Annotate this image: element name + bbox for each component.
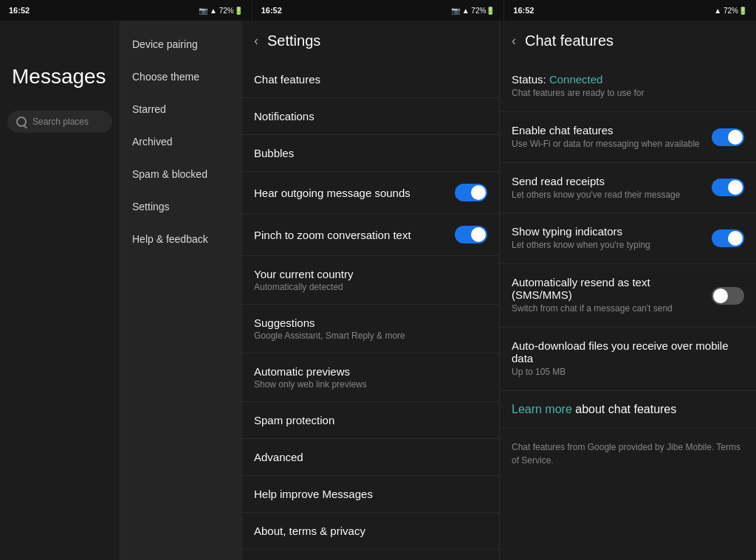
chat-features-title: Chat features xyxy=(525,32,614,49)
chat-status-label: Status: Connected xyxy=(512,73,644,86)
panel-nav: Device pairing Choose theme Starred Arch… xyxy=(120,21,242,560)
nav-item-help-feedback[interactable]: Help & feedback xyxy=(120,223,241,255)
main-content: Messages Search places Device pairing Ch… xyxy=(0,21,756,560)
icons-2: 📷 ▲ 72%🔋 xyxy=(451,7,495,15)
enable-chat-label: Enable chat features xyxy=(512,124,700,136)
settings-item-spam[interactable]: Spam protection xyxy=(242,402,499,439)
search-placeholder: Search places xyxy=(32,117,89,127)
chat-footer: Chat features from Google provided by Ji… xyxy=(500,429,756,479)
resend-toggle[interactable] xyxy=(712,287,744,305)
panel-chat: ‹ Chat features Status: Connected Chat f… xyxy=(500,21,756,560)
chat-item-resend[interactable]: Automatically resend as text (SMS/MMS) S… xyxy=(500,264,756,328)
country-label: Your current country xyxy=(254,268,354,280)
settings-item-chat-features[interactable]: Chat features xyxy=(242,61,499,98)
chat-features-back-button[interactable]: ‹ xyxy=(512,33,516,49)
typing-label: Show typing indicators xyxy=(512,225,650,238)
nav-item-settings[interactable]: Settings xyxy=(120,190,241,223)
learn-more-suffix: about chat features xyxy=(572,403,676,415)
settings-item-improve[interactable]: Help improve Messages xyxy=(242,476,499,513)
advanced-label: Advanced xyxy=(254,451,303,463)
icons-1: 📷 ▲ 72%🔋 xyxy=(199,7,242,15)
country-sub: Automatically detected xyxy=(254,282,354,292)
settings-header: ‹ Settings xyxy=(242,21,499,61)
icons-3: ▲ 72%🔋 xyxy=(714,7,747,15)
zoom-toggle-knob xyxy=(471,227,486,242)
suggestions-sub: Google Assistant, Smart Reply & more xyxy=(254,331,405,341)
nav-item-spam-blocked[interactable]: Spam & blocked xyxy=(120,158,241,190)
read-receipts-label: Send read receipts xyxy=(512,175,680,187)
nav-item-device-pairing[interactable]: Device pairing xyxy=(120,28,241,61)
status-value: Connected xyxy=(549,73,603,86)
zoom-label: Pinch to zoom conversation text xyxy=(254,229,411,241)
status-label-text: Status: xyxy=(512,73,546,86)
download-sub: Up to 105 MB xyxy=(512,366,704,378)
previews-sub: Show only web link previews xyxy=(254,379,367,390)
settings-item-sounds[interactable]: Hear outgoing message sounds xyxy=(242,172,499,214)
typing-sub: Let others know when you're typing xyxy=(512,239,650,252)
settings-back-button[interactable]: ‹ xyxy=(254,33,258,49)
settings-title: Settings xyxy=(267,32,320,49)
time-3: 16:52 xyxy=(513,6,534,15)
chat-features-header: ‹ Chat features xyxy=(500,21,756,61)
status-segment-2: 16:52 📷 ▲ 72%🔋 xyxy=(252,0,505,21)
resend-label: Automatically resend as text (SMS/MMS) xyxy=(512,276,712,301)
chat-item-typing[interactable]: Show typing indicators Let others know w… xyxy=(500,213,756,264)
status-segment-1: 16:52 📷 ▲ 72%🔋 xyxy=(0,0,252,21)
status-segment-3: 16:52 ▲ 72%🔋 xyxy=(504,0,756,21)
resend-sub: Switch from chat if a message can't send xyxy=(512,303,704,315)
previews-label: Automatic previews xyxy=(254,365,367,378)
settings-item-zoom[interactable]: Pinch to zoom conversation text xyxy=(242,214,499,256)
chat-item-learn-more: Learn more about chat features xyxy=(500,391,756,429)
bubbles-label: Bubbles xyxy=(254,147,294,159)
status-bar: 16:52 📷 ▲ 72%🔋 16:52 📷 ▲ 72%🔋 16:52 ▲ 72… xyxy=(0,0,756,21)
resend-toggle-knob xyxy=(713,288,728,303)
sounds-label: Hear outgoing message sounds xyxy=(254,187,410,199)
time-2: 16:52 xyxy=(261,6,282,15)
time-1: 16:52 xyxy=(9,6,30,15)
settings-item-previews[interactable]: Automatic previews Show only web link pr… xyxy=(242,353,499,402)
settings-item-about[interactable]: About, terms & privacy xyxy=(242,513,499,550)
settings-item-suggestions[interactable]: Suggestions Google Assistant, Smart Repl… xyxy=(242,305,499,353)
panel-settings: ‹ Settings Chat features Notifications B… xyxy=(242,21,500,560)
read-receipts-toggle[interactable] xyxy=(712,179,744,196)
settings-item-bubbles[interactable]: Bubbles xyxy=(242,135,499,172)
chat-status-sub: Chat features are ready to use for xyxy=(512,87,644,100)
search-bar[interactable]: Search places xyxy=(7,111,112,133)
improve-label: Help improve Messages xyxy=(254,488,373,500)
read-receipts-toggle-knob xyxy=(728,180,743,195)
enable-chat-toggle[interactable] xyxy=(712,128,744,146)
typing-toggle[interactable] xyxy=(712,229,744,247)
learn-more-link[interactable]: Learn more xyxy=(512,403,572,415)
search-icon xyxy=(16,117,27,127)
settings-item-advanced[interactable]: Advanced xyxy=(242,439,499,476)
chat-item-enable[interactable]: Enable chat features Use Wi-Fi or data f… xyxy=(500,112,756,163)
settings-item-country[interactable]: Your current country Automatically detec… xyxy=(242,256,499,305)
app-title: Messages xyxy=(0,35,120,111)
read-receipts-sub: Let others know you've read their messag… xyxy=(512,189,680,201)
nav-item-starred[interactable]: Starred xyxy=(120,93,241,125)
panel-home: Messages Search places xyxy=(0,21,120,560)
chat-item-download[interactable]: Auto-download files you receive over mob… xyxy=(500,328,756,391)
typing-toggle-knob xyxy=(728,231,743,246)
chat-status-row: Status: Connected Chat features are read… xyxy=(500,61,756,112)
notifications-label: Notifications xyxy=(254,110,315,122)
enable-chat-toggle-knob xyxy=(728,130,743,145)
chat-item-read-receipts[interactable]: Send read receipts Let others know you'v… xyxy=(500,163,756,214)
enable-chat-sub: Use Wi-Fi or data for messaging when ava… xyxy=(512,138,700,151)
about-label: About, terms & privacy xyxy=(254,525,365,537)
zoom-toggle[interactable] xyxy=(455,226,487,243)
nav-item-choose-theme[interactable]: Choose theme xyxy=(120,61,241,93)
suggestions-label: Suggestions xyxy=(254,317,405,329)
download-label: Auto-download files you receive over mob… xyxy=(512,339,744,364)
sounds-toggle-knob xyxy=(471,185,486,200)
spam-label: Spam protection xyxy=(254,414,334,426)
settings-item-notifications[interactable]: Notifications xyxy=(242,98,499,135)
sounds-toggle[interactable] xyxy=(455,184,487,201)
nav-item-archived[interactable]: Archived xyxy=(120,125,241,158)
chat-features-label: Chat features xyxy=(254,73,320,86)
